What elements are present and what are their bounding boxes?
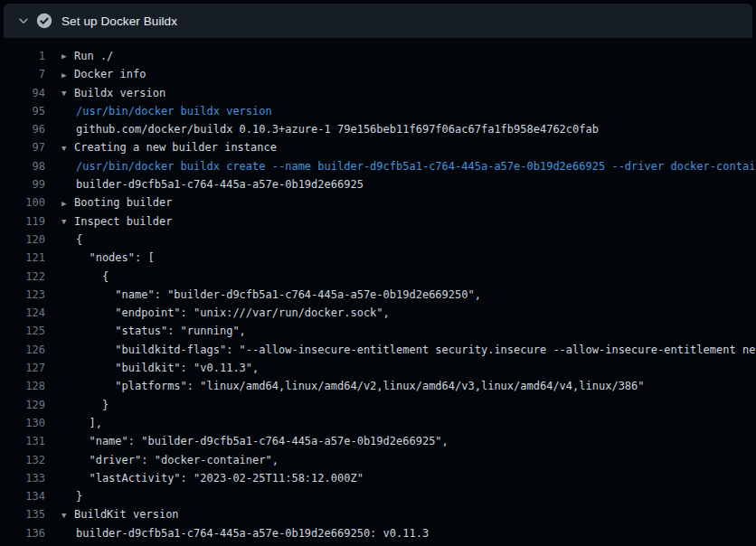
log-text: builder-d9cfb5a1-c764-445a-a57e-0b19d2e6…	[76, 527, 429, 540]
line-number[interactable]: 98	[0, 157, 45, 175]
line-number[interactable]: 122	[0, 268, 45, 286]
log-text: "platforms": "linux/amd64,linux/amd64/v2…	[76, 380, 645, 392]
log-line: 130 ],	[0, 414, 756, 432]
line-number[interactable]: 136	[0, 524, 45, 542]
log-text: "driver": "docker-container",	[76, 454, 279, 466]
line-number[interactable]: 95	[0, 102, 45, 120]
log-text: Run ./	[74, 50, 113, 62]
log-text: "nodes": [	[76, 251, 155, 264]
log-text: Docker info	[74, 68, 146, 80]
log-line: 96 github.com/docker/buildx 0.10.3+azure…	[0, 120, 756, 138]
line-number[interactable]: 96	[0, 120, 45, 138]
group-toggle-icon[interactable]: ▼	[61, 212, 74, 231]
log-text: {	[76, 270, 109, 283]
line-number[interactable]: 128	[0, 377, 45, 395]
group-toggle-icon[interactable]: ▶	[61, 194, 74, 212]
log-line: 123 "name": "builder-d9cfb5a1-c764-445a-…	[0, 286, 756, 304]
log-text: "status": "running",	[76, 325, 246, 337]
line-number[interactable]: 126	[0, 341, 45, 359]
log-line: 131 "name": "builder-d9cfb5a1-c764-445a-…	[0, 432, 756, 450]
log-line[interactable]: 100 ▶Booting builder	[0, 193, 756, 212]
log-line: 98 /usr/bin/docker buildx create --name …	[0, 157, 756, 175]
line-number[interactable]: 130	[0, 414, 45, 432]
line-number[interactable]: 131	[0, 432, 45, 450]
log-line[interactable]: 135 ▼BuildKit version	[0, 505, 756, 523]
line-number[interactable]: 133	[0, 469, 45, 487]
line-number[interactable]: 121	[0, 249, 45, 267]
log-text: {	[76, 233, 82, 246]
line-number[interactable]: 7	[0, 65, 45, 83]
step-title: Set up Docker Buildx	[61, 14, 177, 28]
log-text: Inspect builder	[74, 215, 172, 228]
group-toggle-icon[interactable]: ▼	[61, 84, 74, 102]
line-number[interactable]: 97	[0, 138, 45, 156]
log-line: 120 {	[0, 231, 756, 249]
log-line: 127 "buildkit": "v0.11.3",	[0, 359, 756, 377]
log-line: 121 "nodes": [	[0, 249, 756, 267]
step-header[interactable]: Set up Docker Buildx	[4, 4, 752, 38]
log-text: /usr/bin/docker buildx create --name bui…	[76, 160, 756, 173]
log-text: "buildkitd-flags": "--allow-insecure-ent…	[76, 344, 756, 356]
line-number[interactable]: 129	[0, 396, 45, 414]
group-toggle-icon[interactable]: ▶	[61, 47, 74, 65]
log-line[interactable]: 7 ▶Docker info	[0, 65, 756, 83]
line-number[interactable]: 94	[0, 84, 45, 102]
log-text: Creating a new builder instance	[74, 141, 277, 154]
log-text: Buildx version	[74, 87, 165, 99]
line-number[interactable]: 132	[0, 451, 45, 469]
log-text: }	[76, 490, 82, 503]
log-text: builder-d9cfb5a1-c764-445a-a57e-0b19d2e6…	[76, 178, 364, 191]
log-text: ],	[76, 417, 102, 429]
line-number[interactable]: 127	[0, 359, 45, 377]
log-text: "buildkit": "v0.11.3",	[76, 362, 259, 374]
line-number[interactable]: 134	[0, 487, 45, 505]
log-line[interactable]: 94 ▼Buildx version	[0, 84, 756, 102]
line-number[interactable]: 99	[0, 175, 45, 193]
line-number[interactable]: 100	[0, 193, 45, 212]
group-toggle-icon[interactable]: ▼	[61, 506, 74, 524]
log-line[interactable]: 97 ▼Creating a new builder instance	[0, 138, 756, 156]
log-viewer: 1 ▶Run ./ 7 ▶Docker info 94 ▼Buildx vers…	[0, 38, 756, 542]
log-line: 125 "status": "running",	[0, 322, 756, 340]
log-text: Booting builder	[74, 196, 172, 209]
line-number[interactable]: 124	[0, 304, 45, 322]
log-line[interactable]: 1 ▶Run ./	[0, 47, 756, 65]
log-line: 129 }	[0, 396, 756, 414]
line-number[interactable]: 135	[0, 505, 45, 523]
check-circle-icon	[36, 13, 52, 29]
log-text: "name": "builder-d9cfb5a1-c764-445a-a57e…	[76, 288, 481, 301]
log-line: 133 "lastActivity": "2023-02-25T11:58:12…	[0, 469, 756, 487]
log-line: 122 {	[0, 268, 756, 286]
log-text: /usr/bin/docker buildx version	[76, 105, 272, 118]
log-line: 126 "buildkitd-flags": "--allow-insecure…	[0, 341, 756, 359]
log-text: "name": "builder-d9cfb5a1-c764-445a-a57e…	[76, 435, 449, 447]
log-text: BuildKit version	[74, 508, 179, 521]
line-number[interactable]: 125	[0, 322, 45, 340]
log-line: 132 "driver": "docker-container",	[0, 451, 756, 469]
group-toggle-icon[interactable]: ▼	[61, 139, 74, 157]
log-text: }	[76, 399, 109, 411]
line-number[interactable]: 119	[0, 212, 45, 231]
log-line: 95 /usr/bin/docker buildx version	[0, 102, 756, 120]
group-toggle-icon[interactable]: ▶	[61, 66, 74, 84]
log-line: 134 }	[0, 487, 756, 505]
log-text: "lastActivity": "2023-02-25T11:58:12.000…	[76, 472, 364, 485]
chevron-down-icon[interactable]	[16, 14, 31, 28]
log-text: github.com/docker/buildx 0.10.3+azure-1 …	[76, 123, 599, 136]
log-line: 99 builder-d9cfb5a1-c764-445a-a57e-0b19d…	[0, 175, 756, 193]
log-line: 136 builder-d9cfb5a1-c764-445a-a57e-0b19…	[0, 524, 756, 542]
log-text: "endpoint": "unix:///var/run/docker.sock…	[76, 306, 390, 319]
log-line[interactable]: 119 ▼Inspect builder	[0, 212, 756, 231]
line-number[interactable]: 120	[0, 231, 45, 249]
log-lines: 1 ▶Run ./ 7 ▶Docker info 94 ▼Buildx vers…	[0, 47, 756, 542]
log-line: 128 "platforms": "linux/amd64,linux/amd6…	[0, 377, 756, 395]
log-line: 124 "endpoint": "unix:///var/run/docker.…	[0, 304, 756, 322]
line-number[interactable]: 123	[0, 286, 45, 304]
line-number[interactable]: 1	[0, 47, 45, 65]
